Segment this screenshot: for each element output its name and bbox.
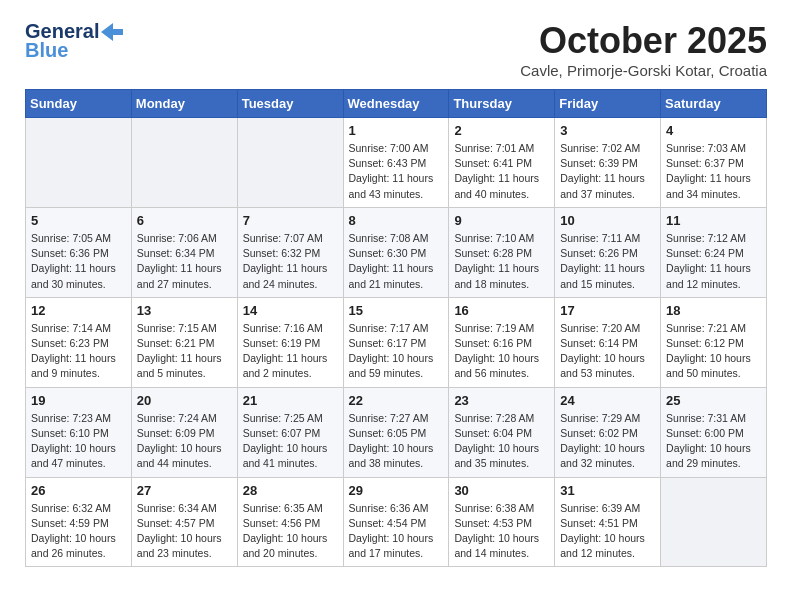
calendar-week-5: 26Sunrise: 6:32 AM Sunset: 4:59 PM Dayli… [26,477,767,567]
calendar-cell: 20Sunrise: 7:24 AM Sunset: 6:09 PM Dayli… [131,387,237,477]
day-number: 30 [454,483,549,498]
day-info: Sunrise: 7:08 AM Sunset: 6:30 PM Dayligh… [349,231,444,292]
day-info: Sunrise: 7:20 AM Sunset: 6:14 PM Dayligh… [560,321,655,382]
day-info: Sunrise: 7:02 AM Sunset: 6:39 PM Dayligh… [560,141,655,202]
calendar-cell: 31Sunrise: 6:39 AM Sunset: 4:51 PM Dayli… [555,477,661,567]
day-number: 10 [560,213,655,228]
calendar-cell: 2Sunrise: 7:01 AM Sunset: 6:41 PM Daylig… [449,118,555,208]
day-number: 20 [137,393,232,408]
day-info: Sunrise: 7:01 AM Sunset: 6:41 PM Dayligh… [454,141,549,202]
day-number: 19 [31,393,126,408]
day-number: 31 [560,483,655,498]
calendar-cell [131,118,237,208]
calendar-cell: 10Sunrise: 7:11 AM Sunset: 6:26 PM Dayli… [555,207,661,297]
day-info: Sunrise: 6:32 AM Sunset: 4:59 PM Dayligh… [31,501,126,562]
day-info: Sunrise: 7:03 AM Sunset: 6:37 PM Dayligh… [666,141,761,202]
logo-blue: Blue [25,39,68,62]
day-number: 24 [560,393,655,408]
calendar-cell: 3Sunrise: 7:02 AM Sunset: 6:39 PM Daylig… [555,118,661,208]
day-number: 13 [137,303,232,318]
day-number: 3 [560,123,655,138]
day-info: Sunrise: 7:15 AM Sunset: 6:21 PM Dayligh… [137,321,232,382]
day-number: 9 [454,213,549,228]
day-info: Sunrise: 7:16 AM Sunset: 6:19 PM Dayligh… [243,321,338,382]
day-number: 26 [31,483,126,498]
day-number: 25 [666,393,761,408]
calendar-cell: 16Sunrise: 7:19 AM Sunset: 6:16 PM Dayli… [449,297,555,387]
day-info: Sunrise: 6:39 AM Sunset: 4:51 PM Dayligh… [560,501,655,562]
calendar-cell: 17Sunrise: 7:20 AM Sunset: 6:14 PM Dayli… [555,297,661,387]
day-number: 12 [31,303,126,318]
day-number: 2 [454,123,549,138]
calendar-cell: 14Sunrise: 7:16 AM Sunset: 6:19 PM Dayli… [237,297,343,387]
calendar-cell: 1Sunrise: 7:00 AM Sunset: 6:43 PM Daylig… [343,118,449,208]
logo-arrow-icon [101,23,123,41]
calendar-cell: 5Sunrise: 7:05 AM Sunset: 6:36 PM Daylig… [26,207,132,297]
month-title: October 2025 [520,20,767,62]
calendar-cell: 19Sunrise: 7:23 AM Sunset: 6:10 PM Dayli… [26,387,132,477]
day-info: Sunrise: 7:28 AM Sunset: 6:04 PM Dayligh… [454,411,549,472]
day-info: Sunrise: 7:19 AM Sunset: 6:16 PM Dayligh… [454,321,549,382]
day-info: Sunrise: 7:06 AM Sunset: 6:34 PM Dayligh… [137,231,232,292]
calendar-cell: 21Sunrise: 7:25 AM Sunset: 6:07 PM Dayli… [237,387,343,477]
day-number: 11 [666,213,761,228]
day-number: 8 [349,213,444,228]
day-info: Sunrise: 7:24 AM Sunset: 6:09 PM Dayligh… [137,411,232,472]
calendar-cell: 6Sunrise: 7:06 AM Sunset: 6:34 PM Daylig… [131,207,237,297]
day-info: Sunrise: 7:23 AM Sunset: 6:10 PM Dayligh… [31,411,126,472]
weekday-header-saturday: Saturday [661,90,767,118]
calendar-cell: 26Sunrise: 6:32 AM Sunset: 4:59 PM Dayli… [26,477,132,567]
calendar-cell: 13Sunrise: 7:15 AM Sunset: 6:21 PM Dayli… [131,297,237,387]
calendar-cell [661,477,767,567]
calendar-cell: 7Sunrise: 7:07 AM Sunset: 6:32 PM Daylig… [237,207,343,297]
day-info: Sunrise: 7:00 AM Sunset: 6:43 PM Dayligh… [349,141,444,202]
calendar-cell [237,118,343,208]
weekday-header-tuesday: Tuesday [237,90,343,118]
day-info: Sunrise: 7:29 AM Sunset: 6:02 PM Dayligh… [560,411,655,472]
day-info: Sunrise: 6:36 AM Sunset: 4:54 PM Dayligh… [349,501,444,562]
day-number: 27 [137,483,232,498]
calendar-cell: 23Sunrise: 7:28 AM Sunset: 6:04 PM Dayli… [449,387,555,477]
calendar-cell: 4Sunrise: 7:03 AM Sunset: 6:37 PM Daylig… [661,118,767,208]
title-block: October 2025 Cavle, Primorje-Gorski Kota… [520,20,767,79]
page-header: General Blue October 2025 Cavle, Primorj… [25,20,767,79]
calendar-cell: 18Sunrise: 7:21 AM Sunset: 6:12 PM Dayli… [661,297,767,387]
logo: General Blue [25,20,123,62]
day-info: Sunrise: 7:14 AM Sunset: 6:23 PM Dayligh… [31,321,126,382]
calendar-cell: 15Sunrise: 7:17 AM Sunset: 6:17 PM Dayli… [343,297,449,387]
day-info: Sunrise: 7:07 AM Sunset: 6:32 PM Dayligh… [243,231,338,292]
day-info: Sunrise: 7:11 AM Sunset: 6:26 PM Dayligh… [560,231,655,292]
calendar-cell: 30Sunrise: 6:38 AM Sunset: 4:53 PM Dayli… [449,477,555,567]
day-number: 29 [349,483,444,498]
day-info: Sunrise: 7:12 AM Sunset: 6:24 PM Dayligh… [666,231,761,292]
day-number: 15 [349,303,444,318]
calendar-cell: 25Sunrise: 7:31 AM Sunset: 6:00 PM Dayli… [661,387,767,477]
calendar-cell: 29Sunrise: 6:36 AM Sunset: 4:54 PM Dayli… [343,477,449,567]
location-subtitle: Cavle, Primorje-Gorski Kotar, Croatia [520,62,767,79]
day-number: 1 [349,123,444,138]
day-number: 4 [666,123,761,138]
calendar-cell: 11Sunrise: 7:12 AM Sunset: 6:24 PM Dayli… [661,207,767,297]
day-info: Sunrise: 6:34 AM Sunset: 4:57 PM Dayligh… [137,501,232,562]
calendar-cell: 8Sunrise: 7:08 AM Sunset: 6:30 PM Daylig… [343,207,449,297]
day-number: 21 [243,393,338,408]
calendar-cell: 12Sunrise: 7:14 AM Sunset: 6:23 PM Dayli… [26,297,132,387]
day-number: 6 [137,213,232,228]
weekday-header-wednesday: Wednesday [343,90,449,118]
day-info: Sunrise: 7:05 AM Sunset: 6:36 PM Dayligh… [31,231,126,292]
day-info: Sunrise: 7:21 AM Sunset: 6:12 PM Dayligh… [666,321,761,382]
day-info: Sunrise: 7:25 AM Sunset: 6:07 PM Dayligh… [243,411,338,472]
calendar-week-4: 19Sunrise: 7:23 AM Sunset: 6:10 PM Dayli… [26,387,767,477]
day-number: 23 [454,393,549,408]
day-number: 28 [243,483,338,498]
day-info: Sunrise: 7:17 AM Sunset: 6:17 PM Dayligh… [349,321,444,382]
weekday-header-thursday: Thursday [449,90,555,118]
calendar-cell: 27Sunrise: 6:34 AM Sunset: 4:57 PM Dayli… [131,477,237,567]
day-info: Sunrise: 7:31 AM Sunset: 6:00 PM Dayligh… [666,411,761,472]
calendar-table: SundayMondayTuesdayWednesdayThursdayFrid… [25,89,767,567]
day-number: 16 [454,303,549,318]
day-info: Sunrise: 6:38 AM Sunset: 4:53 PM Dayligh… [454,501,549,562]
weekday-header-friday: Friday [555,90,661,118]
calendar-cell: 9Sunrise: 7:10 AM Sunset: 6:28 PM Daylig… [449,207,555,297]
calendar-week-1: 1Sunrise: 7:00 AM Sunset: 6:43 PM Daylig… [26,118,767,208]
